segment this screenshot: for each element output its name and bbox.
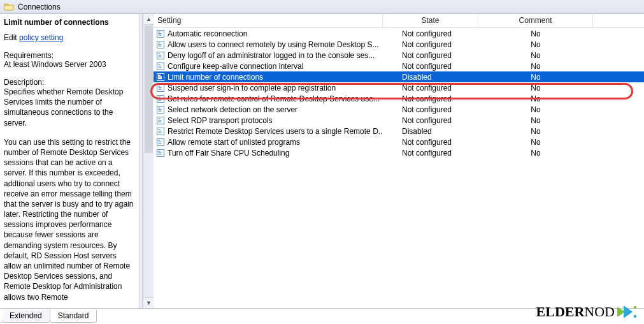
- svg-rect-11: [159, 56, 162, 57]
- policy-icon: [156, 105, 165, 114]
- list-item[interactable]: Automatic reconnectionNot configuredNo: [154, 28, 644, 39]
- svg-rect-35: [159, 121, 162, 122]
- settings-list: Setting State Comment Automatic reconnec…: [154, 14, 644, 308]
- policy-icon: [156, 116, 165, 125]
- list-item[interactable]: Allow users to connect remotely by using…: [154, 39, 644, 50]
- svg-rect-27: [159, 99, 162, 100]
- svg-rect-7: [159, 45, 162, 46]
- header-setting[interactable]: Setting: [154, 14, 383, 27]
- row-comment: No: [478, 73, 593, 82]
- list-item[interactable]: Deny logoff of an administrator logged i…: [154, 50, 644, 61]
- row-setting-label: Turn off Fair Share CPU Scheduling: [168, 149, 289, 158]
- list-item[interactable]: Select network detection on the serverNo…: [154, 104, 644, 115]
- list-item[interactable]: Restrict Remote Desktop Services users t…: [154, 126, 644, 136]
- tab-standard[interactable]: Standard: [50, 310, 97, 323]
- svg-point-51: [634, 315, 636, 318]
- list-item[interactable]: Allow remote start of unlisted programsN…: [154, 136, 644, 147]
- policy-icon: [156, 62, 165, 71]
- policy-icon: [156, 73, 165, 82]
- row-state: Not configured: [383, 40, 478, 49]
- row-setting-label: Limit number of connections: [168, 73, 263, 82]
- edit-policy-line: Edit policy setting: [4, 33, 134, 42]
- svg-marker-49: [624, 306, 633, 318]
- logo-text-bold: ELDER: [536, 304, 585, 320]
- details-pane: Limit number of connections Edit policy …: [0, 14, 139, 308]
- row-state: Not configured: [383, 149, 478, 158]
- selected-policy-title: Limit number of connections: [4, 18, 134, 27]
- svg-rect-42: [159, 142, 162, 142]
- row-comment: No: [478, 29, 593, 38]
- tab-extended[interactable]: Extended: [1, 310, 50, 323]
- policy-icon: [156, 51, 165, 60]
- row-setting-label: Select network detection on the server: [168, 105, 297, 114]
- header-comment[interactable]: Comment: [478, 14, 593, 27]
- svg-rect-43: [159, 143, 162, 144]
- row-comment: No: [478, 116, 593, 125]
- window-title: Connections: [18, 3, 61, 11]
- row-comment: No: [478, 127, 593, 136]
- policy-icon: [156, 29, 165, 38]
- workspace: Limit number of connections Edit policy …: [0, 14, 644, 309]
- svg-rect-15: [159, 67, 162, 68]
- list-item[interactable]: Select RDP transport protocolsNot config…: [154, 115, 644, 126]
- list-item[interactable]: Suspend user sign-in to complete app reg…: [154, 82, 644, 93]
- description-heading: Description:: [4, 78, 134, 87]
- svg-rect-23: [159, 89, 162, 89]
- row-state: Not configured: [383, 116, 478, 125]
- list-item[interactable]: Configure keep-alive connection interval…: [154, 61, 644, 71]
- scroll-down-button[interactable]: ▼: [143, 297, 154, 308]
- column-headers: Setting State Comment: [154, 14, 644, 28]
- svg-rect-18: [159, 77, 162, 77]
- row-setting-label: Allow users to connect remotely by using…: [168, 40, 378, 49]
- row-state: Not configured: [383, 29, 478, 38]
- svg-rect-34: [159, 120, 162, 121]
- logo-text-rest: NOD: [584, 304, 615, 320]
- policy-icon: [156, 127, 165, 136]
- row-setting-label: Allow remote start of unlisted programs: [168, 138, 300, 147]
- row-comment: No: [478, 40, 593, 49]
- row-state: Not configured: [383, 62, 478, 71]
- policy-icon: [156, 94, 165, 103]
- svg-rect-39: [159, 132, 162, 133]
- svg-rect-5: [159, 42, 161, 43]
- svg-rect-14: [159, 66, 162, 66]
- row-setting-label: Set rules for remote control of Remote D…: [168, 94, 380, 103]
- svg-rect-3: [159, 34, 162, 35]
- row-state: Not configured: [383, 94, 478, 103]
- scroll-thumb[interactable]: [145, 26, 153, 153]
- list-item[interactable]: Set rules for remote control of Remote D…: [154, 93, 644, 104]
- row-comment: No: [478, 149, 593, 158]
- svg-rect-38: [159, 131, 162, 131]
- svg-rect-2: [159, 33, 162, 34]
- row-state: Not configured: [383, 51, 478, 60]
- watermark-logo: ELDERNOD: [536, 304, 638, 320]
- row-state: Not configured: [383, 105, 478, 114]
- row-comment: No: [478, 84, 593, 92]
- policy-icon: [156, 138, 165, 147]
- settings-list-pane: ▲ ▼ Setting State Comment Automatic reco…: [143, 14, 644, 308]
- list-item[interactable]: Limit number of connectionsDisabledNo: [154, 71, 644, 82]
- svg-rect-6: [159, 44, 162, 45]
- svg-rect-9: [159, 53, 161, 54]
- rows-container: Automatic reconnectionNot configuredNoAl…: [154, 28, 644, 158]
- policy-icon: [156, 84, 165, 92]
- svg-rect-46: [159, 152, 162, 153]
- svg-rect-41: [159, 140, 161, 140]
- row-state: Not configured: [383, 84, 478, 92]
- svg-rect-10: [159, 55, 162, 55]
- edit-policy-link[interactable]: policy setting: [19, 33, 63, 42]
- header-state[interactable]: State: [383, 14, 478, 27]
- svg-rect-25: [159, 96, 161, 97]
- requirements-value: At least Windows Server 2003: [4, 60, 134, 69]
- svg-rect-30: [159, 109, 162, 110]
- svg-rect-19: [159, 78, 162, 78]
- scroll-up-button[interactable]: ▲: [143, 14, 154, 25]
- vertical-scrollbar[interactable]: ▲ ▼: [143, 14, 154, 308]
- svg-rect-1: [159, 31, 161, 32]
- list-item[interactable]: Turn off Fair Share CPU SchedulingNot co…: [154, 147, 644, 158]
- logo-mark-icon: [616, 304, 638, 320]
- row-setting-label: Restrict Remote Desktop Services users t…: [168, 127, 383, 136]
- svg-rect-17: [159, 75, 161, 75]
- row-state: Disabled: [383, 127, 478, 136]
- svg-rect-45: [159, 151, 161, 151]
